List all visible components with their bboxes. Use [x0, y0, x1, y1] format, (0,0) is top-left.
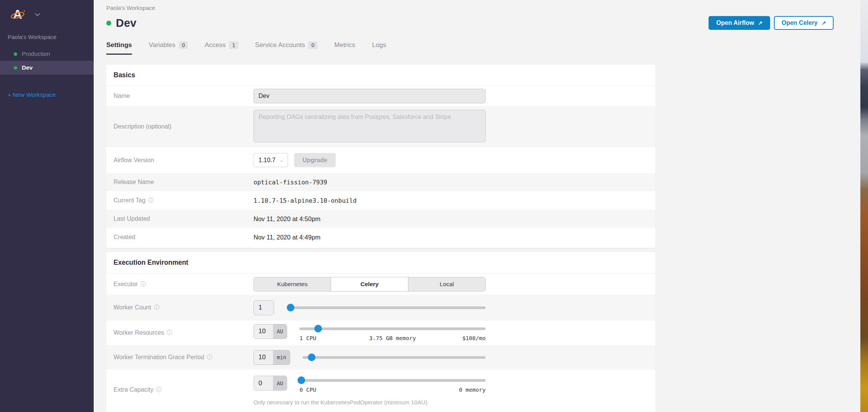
- executor-option-celery[interactable]: Celery: [331, 277, 408, 291]
- info-icon[interactable]: ⓘ: [154, 304, 159, 311]
- current-tag-row: Current Tag ⓘ 1.10.7-15-alpine3.10-onbui…: [106, 191, 655, 210]
- last-updated-value: Nov 11, 2020 at 4:50pm: [254, 215, 320, 222]
- sidebar-workspace-label: Paola's Workspace: [0, 23, 94, 40]
- slider-track: [302, 356, 486, 359]
- sidebar-item-production[interactable]: Production: [0, 47, 94, 61]
- deployment-status-dot: [106, 21, 111, 26]
- airflow-version-label: Airflow Version: [106, 157, 254, 164]
- slider-handle[interactable]: [287, 304, 294, 311]
- tab-badge: 0: [308, 41, 317, 49]
- desktop-wallpaper-strip: [860, 0, 868, 412]
- worker-resources-slider[interactable]: [299, 325, 486, 332]
- grace-period-label: Worker Termination Grace Period: [114, 354, 204, 361]
- worker-resources-scale: 1 CPU 3.75 GB memory $100/mo: [299, 335, 486, 342]
- tab-access[interactable]: Access 1: [205, 41, 238, 55]
- tab-badge: 0: [179, 41, 188, 49]
- sidebar-item-label: Production: [22, 50, 50, 57]
- extra-capacity-unit: AU: [273, 376, 287, 390]
- executor-label: Executor: [114, 281, 138, 288]
- open-airflow-button[interactable]: Open Airflow ↗: [709, 16, 770, 30]
- info-icon[interactable]: ⓘ: [167, 329, 172, 336]
- deployment-list: Production Dev: [0, 47, 94, 75]
- external-link-icon: ↗: [758, 20, 762, 26]
- slider-handle[interactable]: [314, 325, 322, 332]
- name-row: Name: [106, 86, 655, 106]
- extra-capacity-value: 0: [254, 376, 273, 390]
- slider-handle[interactable]: [297, 376, 305, 384]
- release-name-label: Release Name: [106, 179, 254, 186]
- slider-track: [299, 379, 486, 382]
- info-icon[interactable]: ⓘ: [148, 197, 153, 204]
- description-input[interactable]: [254, 110, 486, 142]
- tab-badge: 1: [229, 41, 238, 49]
- tab-label: Logs: [372, 41, 386, 49]
- astronomer-logo-icon[interactable]: A: [9, 6, 26, 23]
- slider-track: [299, 327, 486, 330]
- basics-card-title: Basics: [106, 65, 655, 86]
- release-name-row: Release Name optical-fission-7939: [106, 173, 655, 191]
- info-icon[interactable]: ⓘ: [140, 281, 146, 288]
- cpu-label: 0 CPU: [299, 387, 316, 393]
- name-input[interactable]: [254, 89, 486, 103]
- extra-capacity-note: Only necessary to run the KubernetesPodO…: [254, 399, 486, 405]
- tab-service-accounts[interactable]: Service Accounts 0: [255, 41, 317, 55]
- executor-segmented-control: Kubernetes Celery Local: [254, 277, 486, 291]
- airflow-version-row: Airflow Version 1.10.7 ⌄ Upgrade: [106, 147, 655, 173]
- open-celery-button[interactable]: Open Celery ↗: [774, 16, 834, 30]
- cpu-label: 1 CPU: [299, 335, 316, 341]
- release-name-value: optical-fission-7939: [254, 179, 327, 186]
- worker-resources-label: Worker Resources: [114, 329, 164, 336]
- sidebar: A Paola's Workspace Production Dev + New…: [0, 0, 94, 412]
- tab-logs[interactable]: Logs: [372, 41, 386, 55]
- tab-label: Metrics: [334, 41, 355, 49]
- worker-count-label: Worker Count: [114, 304, 151, 311]
- executor-option-local[interactable]: Local: [408, 277, 485, 291]
- slider-handle[interactable]: [308, 353, 315, 361]
- worker-resources-unit: AU: [273, 324, 287, 339]
- tab-label: Settings: [106, 41, 132, 49]
- worker-count-slider[interactable]: [287, 304, 486, 311]
- executor-option-kubernetes[interactable]: Kubernetes: [254, 277, 331, 291]
- tab-metrics[interactable]: Metrics: [334, 41, 355, 55]
- page-header: Dev Open Airflow ↗ Open Celery ↗: [106, 15, 834, 31]
- workspace-switcher-chevron-icon[interactable]: [34, 13, 41, 16]
- grace-period-input[interactable]: 10 min: [254, 350, 290, 365]
- last-updated-label: Last Updated: [106, 215, 254, 222]
- tab-label: Access: [205, 41, 226, 49]
- worker-resources-input[interactable]: 10 AU: [254, 324, 287, 339]
- extra-capacity-slider[interactable]: [299, 376, 486, 384]
- current-tag-value: 1.10.7-15-alpine3.10-onbuild: [254, 197, 357, 204]
- sidebar-item-label: Dev: [22, 64, 33, 71]
- open-celery-label: Open Celery: [782, 20, 818, 26]
- extra-capacity-input[interactable]: 0 AU: [254, 376, 287, 391]
- created-label: Created: [106, 234, 254, 241]
- breadcrumb: Paola's Workspace: [106, 5, 155, 11]
- grace-period-row: Worker Termination Grace Period ⓘ 10 min: [106, 345, 655, 370]
- airflow-version-select[interactable]: 1.10.7 ⌄: [254, 153, 288, 167]
- tab-label: Service Accounts: [255, 41, 305, 49]
- memory-label: 0 memory: [459, 387, 486, 393]
- external-link-icon: ↗: [821, 20, 826, 26]
- grace-period-slider[interactable]: [302, 353, 486, 361]
- app-root: A Paola's Workspace Production Dev + New…: [0, 0, 868, 412]
- execution-environment-card: Execution Environment Executor ⓘ Kuberne…: [106, 252, 655, 412]
- info-icon[interactable]: ⓘ: [156, 386, 161, 393]
- sidebar-item-dev[interactable]: Dev: [0, 61, 94, 75]
- info-icon[interactable]: ⓘ: [207, 354, 212, 361]
- status-dot-green: [14, 66, 17, 70]
- worker-count-input[interactable]: 1: [254, 300, 274, 315]
- tab-settings[interactable]: Settings: [106, 41, 132, 55]
- status-dot-green: [14, 52, 17, 56]
- executor-row: Executor ⓘ Kubernetes Celery Local: [106, 274, 655, 295]
- current-tag-label: Current Tag: [114, 197, 145, 204]
- basics-card: Basics Name Description (optional) Airfl…: [106, 65, 655, 248]
- worker-resources-row: Worker Resources ⓘ 10 AU 1 CPU: [106, 321, 655, 345]
- extra-capacity-scale: 0 CPU 0 memory: [299, 387, 486, 394]
- execution-card-title: Execution Environment: [106, 252, 655, 274]
- new-workspace-link[interactable]: + New Workspace: [8, 91, 94, 98]
- logo-row: A: [0, 0, 94, 23]
- tab-variables[interactable]: Variables 0: [149, 41, 188, 55]
- grace-period-unit: min: [273, 350, 290, 365]
- upgrade-button[interactable]: Upgrade: [294, 153, 336, 167]
- created-row: Created Nov 11, 2020 at 4:49pm: [106, 228, 655, 246]
